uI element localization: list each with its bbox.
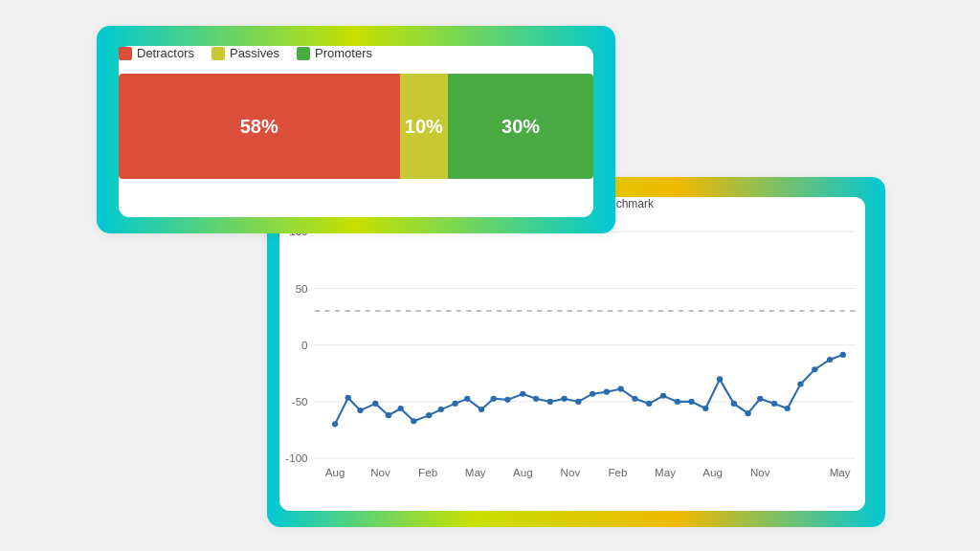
data-point [411,418,416,424]
bar-segment-detractors: 58% [119,74,400,179]
svg-text:Aug: Aug [325,468,345,479]
passives-value: 10% [405,116,443,138]
score-line [335,355,843,424]
data-point [372,401,378,407]
data-point [561,396,567,402]
data-point [688,399,694,405]
data-point [660,393,666,399]
passives-color-dot [212,47,225,60]
data-point [452,401,457,407]
detractors-label: Detractors [137,46,194,60]
promoters-color-dot [297,47,310,60]
data-point [771,401,777,407]
data-point [332,421,338,427]
data-point [785,406,791,411]
data-point [812,366,817,372]
passives-label: Passives [230,46,279,60]
data-point [731,401,737,407]
data-point [632,396,637,402]
bar-legend: Detractors Passives Promoters [119,46,593,60]
data-point [386,412,391,418]
svg-text:Nov: Nov [750,468,770,479]
data-point [533,396,539,402]
svg-text:Aug: Aug [702,468,723,479]
data-point [504,397,510,403]
promoters-value: 30% [501,116,540,138]
data-point [575,399,581,405]
svg-text:0: 0 [301,340,307,351]
svg-text:May: May [830,468,851,479]
data-point [479,407,484,412]
bar-segment-passives: 10% [400,74,449,179]
data-point [646,401,652,407]
data-point [745,410,750,416]
data-point [604,389,610,395]
svg-text:50: 50 [296,283,308,295]
data-point [840,352,846,358]
stacked-bar: 58% 10% 30% [119,74,593,179]
data-point [617,386,623,392]
data-point [426,412,432,418]
svg-text:Nov: Nov [370,468,390,479]
data-point [397,406,403,411]
data-point [590,391,595,397]
data-point [464,396,470,402]
svg-text:Aug: Aug [513,468,533,479]
data-point [345,395,351,401]
data-point [675,399,680,405]
svg-text:May: May [655,468,676,479]
legend-item-detractors: Detractors [119,46,194,60]
data-point [797,381,803,386]
svg-text:Feb: Feb [608,468,627,479]
data-point [547,399,553,405]
data-point [357,408,363,413]
svg-text:-50: -50 [292,396,308,408]
promoters-label: Promoters [315,46,372,60]
data-point [520,391,525,397]
line-chart-svg: 100 50 0 -50 -100 Aug Nov Feb May A [279,218,865,501]
svg-text:-100: -100 [285,452,307,464]
data-point [438,407,444,412]
bar-segment-promoters: 30% [448,74,593,179]
data-point [757,396,763,402]
scene: Detractors Passives Promoters 58% 10% [98,27,882,524]
svg-text:Feb: Feb [418,468,437,479]
bar-chart-card: Detractors Passives Promoters 58% 10% [98,27,614,232]
data-point [491,396,497,402]
svg-text:May: May [465,468,486,479]
data-point [702,406,708,411]
detractors-color-dot [119,47,132,60]
detractors-value: 58% [240,116,278,138]
svg-text:Nov: Nov [561,468,581,479]
data-point [827,357,833,363]
legend-item-passives: Passives [212,46,279,60]
legend-item-promoters: Promoters [297,46,372,60]
data-point [717,376,723,382]
